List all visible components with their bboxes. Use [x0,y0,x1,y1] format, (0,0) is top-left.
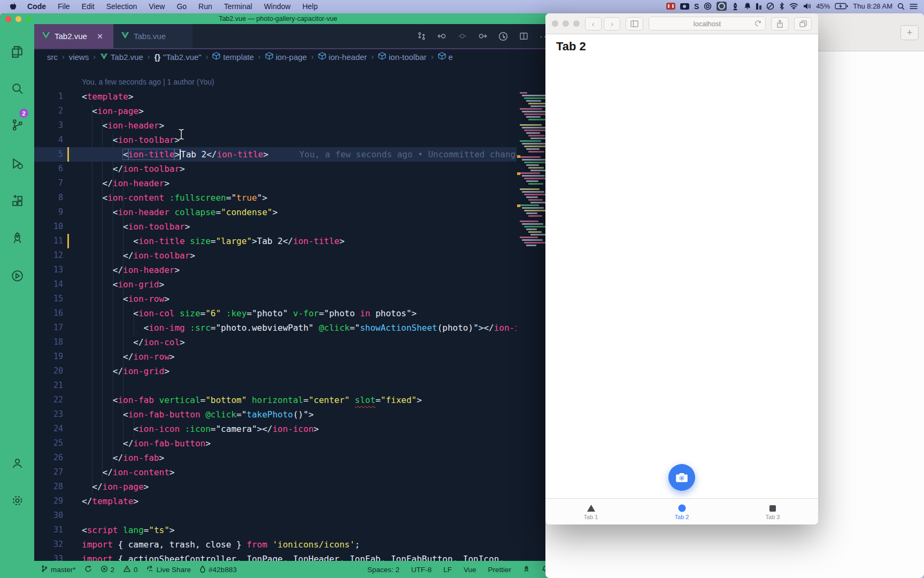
volume-icon[interactable] [803,2,811,11]
code-line-18[interactable]: 18 </ion-col> [34,335,556,349]
code-editor[interactable]: You, a few seconds ago | 1 author (You) … [34,75,556,561]
timeline-icon[interactable] [498,32,508,41]
menu-item-run[interactable]: Run [192,2,218,11]
camera-fab-button[interactable] [668,464,695,491]
open-changes-icon[interactable] [417,32,426,41]
code-line-21[interactable]: 21 [34,378,556,393]
zoom-window-button[interactable] [573,20,580,27]
do-not-disturb-icon[interactable] [766,2,774,11]
code-line-33[interactable]: 33import { actionSheetController, IonPag… [34,552,556,561]
bluetooth-icon[interactable] [779,2,784,11]
split-editor-icon[interactable] [519,32,528,41]
run-debug-icon[interactable] [0,150,34,176]
tab-close-icon[interactable]: ✕ [97,32,103,41]
menu-item-window[interactable]: Window [258,2,297,11]
app-tab-tab-3[interactable]: Tab 3 [727,499,818,524]
status-item-2[interactable]: 2 [101,565,115,574]
tab-tab2-vue[interactable]: Tab2.vue ✕ [34,24,113,48]
app-tab-tab-1[interactable]: Tab 1 [545,499,636,524]
code-line-31[interactable]: 31<script lang="ts"> [34,523,556,537]
breadcrumb-item[interactable]: Tab2.vue [100,52,143,62]
breadcrumb-item[interactable]: ion-toolbar [378,52,427,62]
control-center-icon[interactable] [910,2,918,11]
breadcrumb[interactable]: src›views›Tab2.vue›{}"Tab2.vue"›template… [34,48,556,64]
status-item-live-share[interactable]: Live Share [147,565,191,574]
menu-item-help[interactable]: Help [296,2,324,11]
code-line-3[interactable]: 3 <ion-header> [34,118,556,133]
codelens-authors[interactable]: You, a few seconds ago | 1 author (You) [34,75,556,89]
active-app-menu-icon[interactable] [717,2,727,11]
code-line-5[interactable]: 5 <ion-title>Tab 2</ion-title> You, a fe… [34,147,556,162]
breadcrumb-item[interactable]: ion-page [265,52,307,62]
code-line-8[interactable]: 8 <ion-content :fullscreen="true"> [34,191,556,205]
code-line-20[interactable]: 20 </ion-grid> [34,364,556,378]
code-line-10[interactable]: 10 <ion-toolbar> [34,219,556,234]
vscode-title-bar[interactable]: Tab2.vue — photo-gallery-capacitor-vue [0,13,556,24]
code-line-19[interactable]: 19 </ion-row> [34,349,556,364]
code-line-6[interactable]: 6 </ion-toolbar> [34,162,556,176]
code-line-32[interactable]: 32import { camera, trash, close } from '… [34,537,556,552]
code-line-13[interactable]: 13 </ion-header> [34,263,556,277]
reload-icon[interactable] [754,20,761,27]
rocket-menu-icon[interactable] [732,2,739,11]
code-line-26[interactable]: 26 </ion-fab> [34,451,556,465]
window-tiling-icon[interactable] [756,2,761,11]
code-line-27[interactable]: 27 </ion-content> [34,465,556,480]
code-line-14[interactable]: 14 <ion-grid> [34,277,556,292]
settings-gear-icon[interactable] [0,488,34,513]
bell-menu-icon[interactable] [744,2,751,11]
code-line-4[interactable]: 4 <ion-toolbar> [34,133,556,147]
status-item-utf-8[interactable]: UTF-8 [411,566,432,574]
tab-tabs-vue[interactable]: Tabs.vue [113,24,192,48]
spotlight-icon[interactable] [897,2,905,11]
menu-item-edit[interactable]: Edit [76,2,101,11]
code-line-15[interactable]: 15 <ion-row> [34,292,556,306]
code-line-24[interactable]: 24 <ion-icon :icon="camera"></ion-icon> [34,422,556,436]
status-item-0[interactable]: 0 [123,565,138,574]
code-line-2[interactable]: 2 <ion-page> [34,104,556,118]
status-item-master-[interactable]: master* [41,565,76,574]
screen-recording-icon[interactable] [666,2,675,11]
address-bar[interactable]: localhost [649,17,766,31]
apple-menu-icon[interactable] [5,2,21,11]
minimize-window-button[interactable] [16,16,21,22]
code-line-17[interactable]: 17 <ion-img :src="photo.webviewPath" @cl… [34,321,556,335]
code-line-25[interactable]: 25 </ion-fab-button> [34,436,556,451]
code-line-9[interactable]: 9 <ion-header collapse="condense"> [34,205,556,219]
sidebar-toggle-button[interactable] [626,17,643,31]
code-line-12[interactable]: 12 </ion-toolbar> [34,248,556,263]
code-line-11[interactable]: 11 <ion-title size="large">Tab 2</ion-ti… [34,234,556,248]
code-line-7[interactable]: 7 </ion-header> [34,176,556,191]
next-change-icon[interactable] [478,32,487,41]
code-line-23[interactable]: 23 <ion-fab-button @click="takePhoto()"> [34,407,556,422]
forward-button[interactable]: › [604,17,620,31]
back-button[interactable]: ‹ [585,17,602,31]
share-button[interactable] [771,17,789,31]
breadcrumb-item[interactable]: src [47,52,58,62]
wifi-icon[interactable] [789,2,798,11]
minimize-window-button[interactable] [563,20,569,27]
test-explorer-icon[interactable] [0,263,34,288]
app-tab-tab-2[interactable]: Tab 2 [636,499,727,524]
code-line-30[interactable]: 30 [34,508,556,523]
status-item-sync[interactable] [84,565,92,574]
breadcrumb-item[interactable]: views [69,52,89,62]
tab-overview-button[interactable] [794,17,812,31]
menu-item-view[interactable]: View [143,2,171,11]
previous-change-icon[interactable] [437,32,446,41]
explorer-icon[interactable] [0,39,34,65]
status-item-vue[interactable]: Vue [464,566,476,574]
record-circle-icon[interactable] [704,2,712,11]
close-window-button[interactable] [5,16,11,22]
breadcrumb-item[interactable]: e [438,52,453,62]
code-line-29[interactable]: 29</template> [34,494,556,508]
code-line-28[interactable]: 28 </ion-page> [34,480,556,494]
extensions-icon[interactable] [0,188,34,214]
breadcrumb-item[interactable]: template [212,52,254,62]
camera-menu-icon[interactable] [680,2,689,11]
status-item--42b883[interactable]: #42b883 [199,565,237,574]
account-icon[interactable] [0,450,34,476]
code-line-22[interactable]: 22 <ion-fab vertical="bottom" horizontal… [34,393,556,407]
breadcrumb-item[interactable]: ion-header [318,52,367,62]
code-line-1[interactable]: 1<template> [34,89,556,104]
